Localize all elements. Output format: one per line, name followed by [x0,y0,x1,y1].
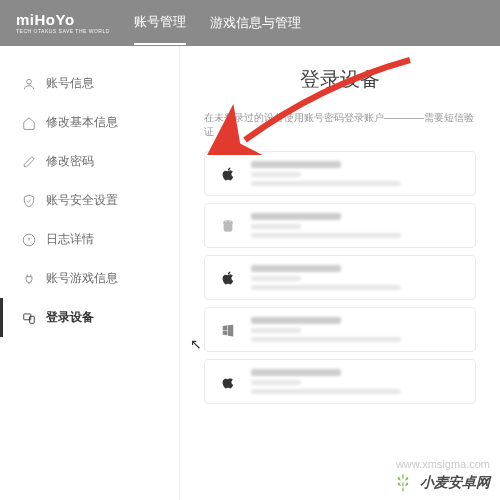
brand-logo: miHoYo TECH OTAKUS SAVE THE WORLD [16,12,110,34]
device-card[interactable] [204,151,476,196]
sidebar-item-label: 修改基本信息 [46,114,118,131]
home-icon [22,116,36,130]
page-title: 登录设备 [204,66,476,93]
sidebar-item-password[interactable]: 修改密码 [0,142,179,181]
svg-point-4 [225,220,226,221]
device-info [251,265,463,290]
device-info [251,161,463,186]
device-info [251,213,463,238]
device-list [204,151,476,404]
device-info [251,369,463,394]
sidebar-item-security[interactable]: 账号安全设置 [0,181,179,220]
sidebar-item-logs[interactable]: 日志详情 [0,220,179,259]
device-card[interactable] [204,203,476,248]
plug-icon [22,272,36,286]
device-info [251,317,463,342]
sidebar-item-label: 账号信息 [46,75,94,92]
info-icon [22,233,36,247]
watermark: 小麦安卓网 [392,472,490,494]
sidebar-item-basic-info[interactable]: 修改基本信息 [0,103,179,142]
apple-icon [217,267,239,289]
watermark-url: www.xmsigma.com [396,458,490,470]
cursor-icon: ↖ [190,336,202,352]
nav-tab-game-info[interactable]: 游戏信息与管理 [210,2,301,44]
sidebar-item-account-info[interactable]: 账号信息 [0,64,179,103]
sidebar-item-label: 账号安全设置 [46,192,118,209]
svg-point-5 [229,220,230,221]
content: 账号信息 修改基本信息 修改密码 账号安全设置 日志详情 账号游戏信息 登录设备… [0,46,500,500]
sidebar-item-label: 日志详情 [46,231,94,248]
sidebar-item-label: 账号游戏信息 [46,270,118,287]
wheat-icon [392,472,414,494]
brand-tagline: TECH OTAKUS SAVE THE WORLD [16,29,110,34]
brand-name: miHoYo [16,12,110,27]
topbar: miHoYo TECH OTAKUS SAVE THE WORLD 账号管理 游… [0,0,500,46]
device-card[interactable] [204,255,476,300]
page-note: 在未登录过的设备使用账号密码登录账户————需要短信验证 [204,111,476,139]
pencil-icon [22,155,36,169]
android-icon [217,215,239,237]
device-card[interactable] [204,359,476,404]
sidebar-item-game-info[interactable]: 账号游戏信息 [0,259,179,298]
device-card[interactable] [204,307,476,352]
sidebar-item-devices[interactable]: 登录设备 [0,298,179,337]
user-icon [22,77,36,91]
nav-tab-account[interactable]: 账号管理 [134,1,186,45]
watermark-text: 小麦安卓网 [420,474,490,492]
windows-icon [217,319,239,341]
shield-icon [22,194,36,208]
screens-icon [22,311,36,325]
sidebar-item-label: 修改密码 [46,153,94,170]
apple-icon [217,163,239,185]
sidebar: 账号信息 修改基本信息 修改密码 账号安全设置 日志详情 账号游戏信息 登录设备 [0,46,180,500]
apple-icon [217,371,239,393]
svg-point-0 [27,79,32,84]
main-panel: 登录设备 在未登录过的设备使用账号密码登录账户————需要短信验证 [180,46,500,500]
sidebar-item-label: 登录设备 [46,309,94,326]
